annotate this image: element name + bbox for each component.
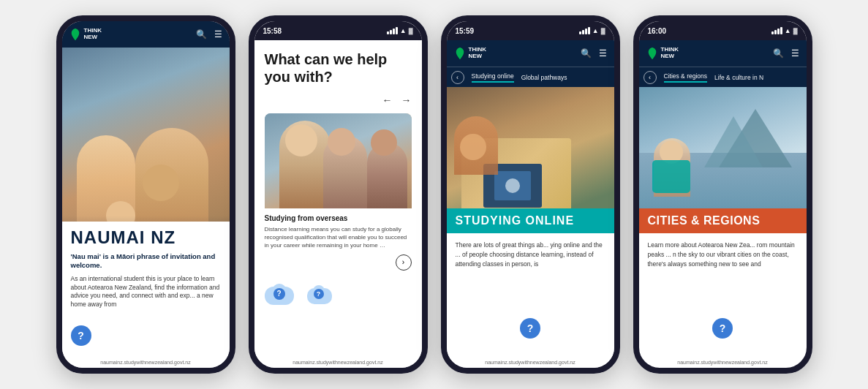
phone-2-wrapper: 15:58 ▲ ▓ What can we help you with? ← →: [249, 15, 428, 374]
nav-bar-3: THINK NEW 🔍 ☰: [447, 40, 614, 67]
logo-4: THINK NEW: [646, 46, 679, 61]
status-icons-2: ▲ ▓: [387, 27, 413, 34]
status-icons-3: ▲ ▓: [579, 27, 605, 34]
battery-icon-3: ▓: [601, 28, 605, 34]
logo-3: THINK NEW: [454, 46, 486, 61]
phone1-subtitle: 'Nau mai' is a Māori phrase of invitatio…: [71, 252, 221, 271]
hero-image-3: STUDYING ONLINE: [447, 87, 614, 233]
logo-text-4: THINK NEW: [661, 47, 679, 60]
subnav-cities-regions[interactable]: Cities & regions: [664, 72, 708, 83]
cloud-mascot-2: ?: [307, 285, 336, 307]
logo-1: THINK NEW: [69, 27, 102, 42]
menu-icon-3[interactable]: ☰: [599, 48, 607, 58]
wifi-icon-3: ▲: [592, 27, 599, 34]
wifi-icon-2: ▲: [400, 27, 407, 34]
wifi-icon-4: ▲: [785, 27, 791, 34]
signal-2: [387, 27, 398, 34]
status-bar-4: 16:00 ▲ ▓: [639, 21, 807, 40]
phone-3: 15:59 ▲ ▓: [441, 15, 620, 374]
phone-1-wrapper: 15:58 ▲ ▓: [56, 15, 235, 374]
menu-icon-1[interactable]: ☰: [214, 29, 222, 39]
card-nav-arrow[interactable]: ›: [396, 254, 412, 271]
fern-icon-1: [69, 27, 81, 42]
phone2-title: What can we help you with?: [265, 50, 412, 86]
card-body-2: Distance learning means you can study fo…: [265, 225, 412, 250]
back-button-3[interactable]: ‹: [451, 71, 464, 84]
url-1: naumainz.studywithnewzealand.govt.nz: [62, 360, 230, 365]
subnav-life-culture[interactable]: Life & culture in N: [714, 74, 763, 81]
nav-icons-4: 🔍 ☰: [773, 48, 799, 58]
phone3-content: THINK NEW 🔍 ☰ ‹ Studying online Global p…: [447, 40, 614, 374]
battery-icon-2: ▓: [409, 28, 413, 34]
menu-icon-4[interactable]: ☰: [791, 48, 799, 58]
phone-4: 16:00 ▲ ▓ THINK NEW: [633, 15, 812, 374]
signal-3: [579, 27, 590, 34]
naumai-title: NAUMAI NZ: [71, 227, 221, 248]
nav-bar-1: THINK NEW 🔍 ☰: [62, 21, 230, 48]
mascot-1: ?: [71, 325, 91, 346]
subnav-studying-online[interactable]: Studying online: [472, 72, 514, 83]
back-button-4[interactable]: ‹: [644, 71, 657, 84]
logo-text-1: THINK NEW: [84, 28, 102, 41]
battery-icon-4: ▓: [793, 28, 798, 34]
phone2-card: Studying from overseas Distance learning…: [265, 113, 412, 276]
signal-4: [771, 27, 782, 34]
phone4-body-text: Learn more about Aotearoa New Zea... rom…: [639, 233, 807, 276]
url-2: naumainz.studywithnewzealand.govt.nz: [254, 360, 422, 365]
search-icon-3[interactable]: 🔍: [581, 48, 592, 58]
prev-arrow[interactable]: ←: [382, 94, 393, 106]
next-arrow[interactable]: →: [401, 94, 412, 106]
subnav-4: ‹ Cities & regions Life & culture in N: [639, 67, 807, 87]
status-bar-3: 15:59 ▲ ▓: [447, 21, 614, 40]
cloud-mascot-1: ?: [265, 284, 301, 309]
card-text-2: Studying from overseas Distance learning…: [265, 208, 412, 276]
phone2-arrows: ← →: [265, 94, 412, 106]
hero-image-4: CITIES & REGIONS: [639, 87, 807, 233]
status-icons-4: ▲ ▓: [771, 27, 798, 34]
card-image-2: [265, 113, 412, 208]
phone3-body-text: There are lots of great things ab... yin…: [447, 233, 614, 276]
phone2-content: What can we help you with? ← →: [254, 40, 422, 374]
nav-icons-1: 🔍 ☰: [196, 29, 222, 39]
search-icon-1[interactable]: 🔍: [196, 29, 207, 39]
time-3: 15:59: [456, 27, 475, 35]
search-icon-4[interactable]: 🔍: [773, 48, 784, 58]
url-4: naumainz.studywithnewzealand.govt.nz: [639, 360, 807, 365]
subnav-global-pathways[interactable]: Global pathways: [521, 74, 567, 81]
cities-regions-banner: CITIES & REGIONS: [639, 208, 807, 233]
status-bar-2: 15:58 ▲ ▓: [254, 21, 422, 40]
phone-4-wrapper: 16:00 ▲ ▓ THINK NEW: [633, 15, 812, 374]
subnav-3: ‹ Studying online Global pathways: [447, 67, 614, 87]
phone2-body: What can we help you with? ← →: [254, 40, 422, 309]
phone-2: 15:58 ▲ ▓ What can we help you with? ← →: [249, 15, 428, 374]
mascot-3: ?: [520, 318, 540, 339]
card-title-2: Studying from overseas: [265, 214, 412, 222]
phone-1: 15:58 ▲ ▓: [56, 15, 235, 374]
fern-icon-3: [454, 46, 466, 61]
phone2-mascot-area: ? ?: [265, 284, 412, 309]
phone1-text-area: NAUMAI NZ 'Nau mai' is a Māori phrase of…: [62, 222, 230, 368]
nav-bar-4: THINK NEW 🔍 ☰: [639, 40, 807, 67]
time-4: 16:00: [648, 27, 667, 35]
logo-text-3: THINK NEW: [469, 47, 486, 60]
phone1-body: As an international student this is your…: [71, 275, 221, 310]
studying-online-banner: STUDYING ONLINE: [447, 208, 614, 233]
time-2: 15:58: [263, 27, 282, 35]
url-3: naumainz.studywithnewzealand.govt.nz: [447, 360, 614, 365]
nav-icons-3: 🔍 ☰: [581, 48, 607, 58]
card-arrow-2: ›: [265, 254, 412, 271]
phone-3-wrapper: 15:59 ▲ ▓: [441, 15, 620, 374]
mascot-4: ?: [712, 318, 733, 339]
fern-icon-4: [646, 46, 658, 61]
